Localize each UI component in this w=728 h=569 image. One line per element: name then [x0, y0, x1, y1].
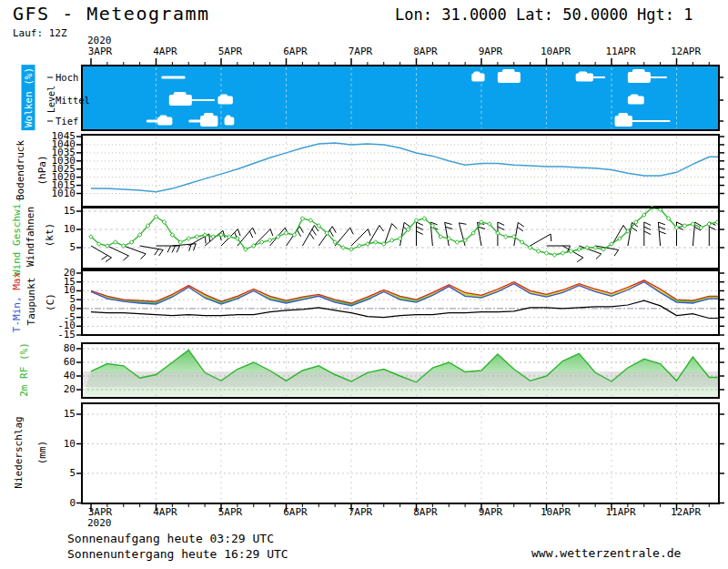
sunrise-text: Sonnenaufgang heute 03:29 UTC: [67, 532, 274, 545]
precip-panel-title: Niederschlag: [13, 416, 25, 488]
bottom-date-label: 8APR: [406, 506, 446, 518]
bottom-date-label: 9APR: [470, 506, 511, 518]
wind-tick-label: 10: [46, 223, 76, 235]
website-text: www.wetterzentrale.de: [531, 546, 681, 560]
bottom-date-label: 10APR: [536, 506, 576, 518]
meteogram-page: GFS - Meteogramm Lon: 31.0000 Lat: 50.00…: [0, 0, 728, 569]
wind-tick-label: 15: [46, 205, 76, 217]
cloud-level-label: Mittel: [56, 95, 90, 106]
top-date-label: 3APR: [80, 46, 120, 57]
top-date-label: 12APR: [666, 46, 706, 57]
pressure-panel-title: Bodendruck: [15, 140, 26, 200]
bottom-date-label: 12APR: [666, 506, 706, 518]
bottom-date-label: 5APR: [210, 506, 250, 518]
bottom-date-label: 11APR: [601, 506, 641, 518]
pressure-tick-label: 1010: [46, 188, 76, 199]
top-date-label: 6APR: [276, 46, 316, 57]
pressure-panel: [82, 135, 719, 207]
wind-panel-title: Wind Geschwi.: [11, 198, 23, 276]
bottom-date-label: 7APR: [340, 506, 380, 518]
rh-tick-label: 40: [46, 370, 76, 381]
clouds-panel-title: Wolken (%): [22, 65, 35, 130]
temp-tick-label: -15: [46, 329, 76, 340]
bottom-year-label: 2020: [87, 517, 112, 529]
rh-panel-title: 2m RF (%): [18, 342, 30, 397]
cloud-level-label: Hoch: [56, 72, 78, 83]
wind-tick-label: 5: [46, 241, 76, 253]
precip-tick-label: 10: [46, 438, 76, 450]
top-date-label: 4APR: [146, 46, 186, 57]
dewpoint-title: Taupunkt: [25, 278, 37, 326]
temp-max-title: Max: [11, 272, 23, 297]
humidity-panel: [82, 343, 719, 398]
bottom-date-label: 3APR: [80, 506, 120, 518]
rh-tick-label: 80: [46, 342, 76, 354]
top-date-label: 7APR: [340, 46, 380, 57]
top-date-label: 8APR: [406, 46, 446, 57]
temperature-panel: [82, 270, 719, 335]
precip-tick-label: 0: [46, 497, 76, 509]
bottom-date-label: 4APR: [146, 506, 186, 518]
bottom-date-label: 6APR: [276, 506, 316, 518]
header-coordinates: Lon: 31.0000 Lat: 50.0000 Hgt: 1: [395, 5, 693, 24]
top-date-label: 5APR: [210, 46, 250, 57]
page-title: GFS - Meteogramm: [13, 3, 210, 25]
top-date-label: 9APR: [470, 46, 511, 57]
rh-reference-band: [83, 371, 718, 387]
wind-panel: [82, 206, 720, 269]
top-date-label: 10APR: [536, 46, 576, 57]
meteogram-plot: [0, 0, 728, 569]
wind-barb-label: Windfahnen: [25, 207, 36, 267]
temp-panel-title: T-Min, Max: [11, 272, 23, 332]
clouds-panel: [47, 66, 723, 130]
precip-tick-label: 15: [46, 408, 76, 420]
run-label: Lauf: 12Z: [13, 27, 67, 39]
rh-tick-label: 20: [46, 383, 76, 395]
top-date-label: 11APR: [601, 46, 641, 57]
clouds-level-label: Level: [46, 86, 56, 113]
rh-tick-label: 60: [46, 356, 76, 368]
precip-tick-label: 5: [46, 467, 76, 479]
sunset-text: Sonnenuntergang heute 16:29 UTC: [67, 547, 288, 561]
precipitation-panel: [82, 403, 719, 503]
temp-min-title: T-Min,: [11, 296, 23, 332]
cloud-level-label: Tief: [56, 116, 78, 127]
